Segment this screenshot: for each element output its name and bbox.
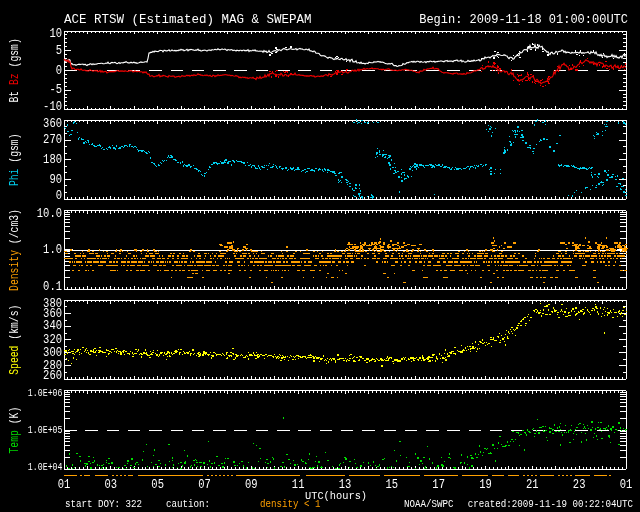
svg-text:10.0: 10.0 [37,208,62,221]
svg-text:1.0: 1.0 [43,244,62,257]
svg-text:300: 300 [43,346,62,359]
svg-text:0: 0 [56,190,63,203]
svg-text:19: 19 [479,478,492,491]
svg-text:1.0E+06: 1.0E+06 [28,387,63,399]
svg-text:260: 260 [43,369,62,382]
svg-text:1.0E+04: 1.0E+04 [28,461,63,473]
svg-text:created:2009-11-19 00:22:04UTC: created:2009-11-19 00:22:04UTC [468,498,633,510]
svg-text:90: 90 [49,173,62,186]
svg-text:NOAA/SWPC: NOAA/SWPC [404,498,454,510]
svg-text:01: 01 [58,478,71,491]
svg-text:Speed (km/s): Speed (km/s) [6,305,21,375]
svg-text:360: 360 [43,307,62,320]
svg-text:density < 1: density < 1 [260,498,321,510]
svg-text:caution:: caution: [166,498,210,510]
svg-text:0.1: 0.1 [43,280,62,293]
svg-text:0: 0 [56,64,63,77]
svg-text:Begin: 2009-11-18 01:00:00UTC: Begin: 2009-11-18 01:00:00UTC [419,13,628,27]
svg-text:-10: -10 [43,101,62,114]
svg-text:11: 11 [292,478,305,491]
svg-text:320: 320 [43,333,62,346]
svg-text:1.0E+05: 1.0E+05 [28,424,63,436]
svg-text:360: 360 [43,118,62,131]
svg-text:05: 05 [151,478,164,491]
svg-text:270: 270 [43,134,62,147]
svg-text:5: 5 [56,44,63,57]
svg-text:Temp (K): Temp (K) [6,407,21,454]
svg-text:23: 23 [573,478,586,491]
svg-text:ACE RTSW (Estimated) MAG & SWE: ACE RTSW (Estimated) MAG & SWEPAM [64,13,312,27]
svg-text:09: 09 [245,478,258,491]
svg-text:03: 03 [105,478,118,491]
svg-text:10: 10 [49,28,62,41]
svg-text:07: 07 [198,478,211,491]
svg-text:-5: -5 [49,84,62,97]
svg-text:Bt Bz (gsm): Bt Bz (gsm) [6,38,21,102]
svg-text:01: 01 [620,478,633,491]
svg-text:17: 17 [432,478,445,491]
svg-text:21: 21 [526,478,539,491]
svg-text:Density (/cm3): Density (/cm3) [6,209,21,291]
svg-text:start DOY: 322: start DOY: 322 [65,498,142,510]
svg-text:180: 180 [43,153,62,166]
svg-text:340: 340 [43,320,62,333]
svg-text:15: 15 [386,478,399,491]
svg-text:Phi (gsm): Phi (gsm) [6,133,21,186]
